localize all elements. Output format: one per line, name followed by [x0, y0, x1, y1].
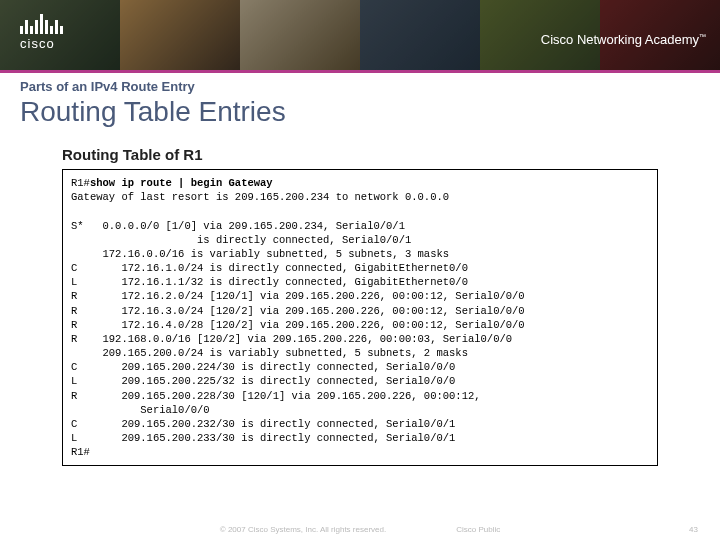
- output-line: L 209.165.200.233/30 is directly connect…: [71, 432, 455, 444]
- output-line: S* 0.0.0.0/0 [1/0] via 209.165.200.234, …: [71, 220, 405, 232]
- slide-content: Parts of an IPv4 Route Entry Routing Tab…: [0, 73, 720, 466]
- prompt: R1#: [71, 446, 90, 458]
- academy-label: Cisco Networking Academy™: [541, 32, 706, 47]
- output-line: R 209.165.200.228/30 [120/1] via 209.165…: [71, 390, 481, 402]
- slide-title: Routing Table Entries: [20, 96, 700, 128]
- output-line: is directly connected, Serial0/0/1: [71, 234, 411, 246]
- slide-footer: © 2007 Cisco Systems, Inc. All rights re…: [0, 525, 720, 534]
- footer-page-number: 43: [689, 525, 698, 534]
- cisco-bars-icon: [20, 12, 63, 34]
- output-line: C 209.165.200.224/30 is directly connect…: [71, 361, 455, 373]
- trademark-icon: ™: [699, 33, 706, 40]
- output-line: 172.16.0.0/16 is variably subnetted, 5 s…: [71, 248, 449, 260]
- footer-classification: Cisco Public: [456, 525, 500, 534]
- output-line: R 172.16.4.0/28 [120/2] via 209.165.200.…: [71, 319, 525, 331]
- cisco-logo: cisco: [20, 12, 63, 51]
- output-line: Serial0/0/0: [71, 404, 210, 416]
- output-line: C 209.165.200.232/30 is directly connect…: [71, 418, 455, 430]
- output-line: Gateway of last resort is 209.165.200.23…: [71, 191, 449, 203]
- cisco-logo-text: cisco: [20, 36, 63, 51]
- slide-kicker: Parts of an IPv4 Route Entry: [20, 79, 700, 94]
- output-line: C 172.16.1.0/24 is directly connected, G…: [71, 262, 468, 274]
- command: show ip route | begin Gateway: [90, 177, 273, 189]
- output-line: L 209.165.200.225/32 is directly connect…: [71, 375, 455, 387]
- routing-table-title: Routing Table of R1: [62, 146, 700, 163]
- header-band: cisco Cisco Networking Academy™: [0, 0, 720, 70]
- academy-text: Cisco Networking Academy: [541, 32, 699, 47]
- footer-copyright: © 2007 Cisco Systems, Inc. All rights re…: [220, 525, 386, 534]
- output-line: L 172.16.1.1/32 is directly connected, G…: [71, 276, 468, 288]
- output-line: R 172.16.2.0/24 [120/1] via 209.165.200.…: [71, 290, 525, 302]
- prompt: R1#: [71, 177, 90, 189]
- output-line: 209.165.200.0/24 is variably subnetted, …: [71, 347, 468, 359]
- output-line: R 172.16.3.0/24 [120/2] via 209.165.200.…: [71, 305, 525, 317]
- terminal-output: R1#show ip route | begin Gateway Gateway…: [62, 169, 658, 466]
- output-line: R 192.168.0.0/16 [120/2] via 209.165.200…: [71, 333, 512, 345]
